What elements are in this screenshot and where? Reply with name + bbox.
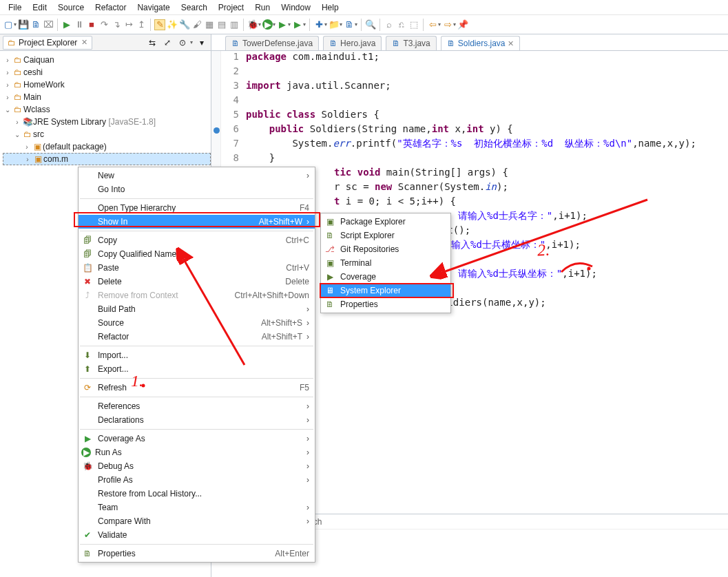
sub-git-repos[interactable]: ⎇Git Repositories bbox=[321, 242, 450, 256]
show-in-submenu[interactable]: ▣Package Explorer 🗎Script Explorer ⎇Git … bbox=[320, 213, 451, 313]
grid3-icon[interactable]: ▥ bbox=[229, 19, 240, 30]
project-tree[interactable]: ›🗀Caiquan ›🗀ceshi ›🗀HomeWork ›🗀Main ⌄🗀Wc… bbox=[0, 51, 211, 168]
menu-refactor[interactable]: Refactor bbox=[90, 1, 132, 14]
paste-icon: 📋 bbox=[81, 263, 94, 273]
menu-file[interactable]: File bbox=[3, 1, 27, 14]
wand-icon[interactable]: ✨ bbox=[167, 19, 178, 30]
close-icon[interactable]: ✕ bbox=[81, 38, 87, 47]
ctx-restore[interactable]: Restore from Local History... bbox=[79, 487, 315, 501]
external-tools-icon[interactable]: ▶ bbox=[292, 19, 303, 30]
project-main[interactable]: Main bbox=[23, 92, 41, 102]
print-icon[interactable]: ⌧ bbox=[43, 19, 54, 30]
ctx-import[interactable]: ⬇Import... bbox=[79, 348, 315, 362]
ctx-refactor[interactable]: RefactorAlt+Shift+T› bbox=[79, 330, 315, 344]
debug-menu-icon[interactable]: 🐞 bbox=[247, 19, 258, 30]
step-into-icon[interactable]: ↴ bbox=[111, 19, 122, 30]
menu-bar[interactable]: File Edit Source Refactor Navigate Searc… bbox=[0, 0, 728, 15]
new-java-icon[interactable]: ✚ bbox=[313, 19, 324, 30]
forward-icon[interactable]: ⇨ bbox=[442, 19, 453, 30]
project-caiquan[interactable]: Caiquan bbox=[23, 55, 54, 65]
ctx-build-path[interactable]: Build Path› bbox=[79, 302, 315, 316]
search-icon[interactable]: 🔍 bbox=[365, 19, 376, 30]
sub-system-explorer[interactable]: 🖥System Explorer bbox=[321, 284, 450, 297]
sub-terminal[interactable]: ▣Terminal bbox=[321, 256, 450, 270]
ctx-copy[interactable]: 🗐CopyCtrl+C bbox=[79, 233, 315, 247]
ctx-declarations[interactable]: Declarations› bbox=[79, 413, 315, 427]
ctx-delete[interactable]: ✖DeleteDelete bbox=[79, 275, 315, 288]
editor-tab-t3[interactable]: 🗎T3.java bbox=[386, 36, 436, 50]
wrench-icon[interactable]: 🔧 bbox=[179, 19, 190, 30]
coverage-menu-icon[interactable]: ▶ bbox=[277, 19, 288, 30]
ctx-team[interactable]: Team› bbox=[79, 501, 315, 514]
tree-com-pkg[interactable]: com.m bbox=[43, 154, 68, 164]
collapse-all-icon[interactable]: ⇆ bbox=[146, 36, 158, 49]
ctx-compare[interactable]: Compare With› bbox=[79, 514, 315, 528]
editor-tab-hero[interactable]: 🗎Hero.java bbox=[323, 36, 382, 50]
step-icon[interactable]: ↷ bbox=[98, 19, 110, 30]
sub-package-explorer[interactable]: ▣Package Explorer bbox=[321, 215, 450, 229]
sub-coverage[interactable]: ▶Coverage bbox=[321, 270, 450, 284]
ctx-open-type-hierarchy[interactable]: Open Type HierarchyF4 bbox=[79, 201, 315, 215]
project-wclass[interactable]: Wclass bbox=[23, 105, 50, 114]
link-editor-icon[interactable]: ⤢ bbox=[161, 36, 174, 49]
menu-edit[interactable]: Edit bbox=[27, 1, 52, 14]
run-menu-icon[interactable]: ▶ bbox=[262, 19, 273, 30]
menu-navigate[interactable]: Navigate bbox=[132, 1, 175, 14]
pin-icon[interactable]: 📌 bbox=[457, 19, 468, 30]
step-over-icon[interactable]: ↦ bbox=[123, 19, 134, 30]
task3-icon[interactable]: ⬚ bbox=[408, 19, 419, 30]
grid2-icon[interactable]: ▤ bbox=[216, 19, 227, 30]
ctx-export[interactable]: ⬆Export... bbox=[79, 362, 315, 376]
ctx-copy-qualified[interactable]: 🗐Copy Qualified Name bbox=[79, 247, 315, 261]
paint-icon[interactable]: 🖌 bbox=[191, 19, 202, 30]
menu-window[interactable]: Window bbox=[275, 1, 316, 14]
menu-project[interactable]: Project bbox=[213, 1, 249, 14]
new-pkg-icon[interactable]: 📁 bbox=[329, 19, 340, 30]
focus-task-icon[interactable]: ⊙ bbox=[176, 36, 189, 49]
ctx-validate[interactable]: ✔Validate bbox=[79, 528, 315, 542]
save-all-icon[interactable]: 🗎 bbox=[30, 19, 41, 30]
ctx-source[interactable]: SourceAlt+Shift+S› bbox=[79, 316, 315, 330]
grid1-icon[interactable]: ▦ bbox=[204, 19, 215, 30]
ctx-show-in[interactable]: Show InAlt+Shift+W› bbox=[79, 215, 315, 229]
tree-default-pkg[interactable]: (default package) bbox=[43, 142, 107, 151]
ctx-remove[interactable]: ⤴Remove from ContextCtrl+Alt+Shift+Down bbox=[79, 288, 315, 302]
sub-script-explorer[interactable]: 🗎Script Explorer bbox=[321, 229, 450, 242]
ctx-references[interactable]: References› bbox=[79, 399, 315, 413]
ctx-profile-as[interactable]: Profile As› bbox=[79, 473, 315, 487]
tree-src[interactable]: src bbox=[33, 129, 44, 139]
close-icon[interactable]: ✕ bbox=[508, 39, 514, 48]
new-icon[interactable]: ▢ bbox=[3, 19, 14, 30]
ctx-coverage-as[interactable]: ▶Coverage As› bbox=[79, 432, 315, 445]
pause-icon[interactable]: ⏸ bbox=[74, 19, 85, 30]
ctx-debug-as[interactable]: 🐞Debug As› bbox=[79, 459, 315, 473]
view-menu-icon[interactable]: ▾ bbox=[196, 36, 208, 49]
tree-jre[interactable]: JRE System Library [JavaSE-1.8] bbox=[33, 117, 156, 127]
step-out-icon[interactable]: ↥ bbox=[136, 19, 147, 30]
menu-search[interactable]: Search bbox=[176, 1, 213, 14]
highlight-icon[interactable]: ✎ bbox=[154, 19, 165, 30]
ctx-paste[interactable]: 📋PasteCtrl+V bbox=[79, 261, 315, 275]
run-icon[interactable]: ▶ bbox=[61, 19, 72, 30]
editor-tab-towerdefense[interactable]: 🗎TowerDefense.java bbox=[225, 36, 319, 50]
stop-icon[interactable]: ■ bbox=[86, 19, 97, 30]
task2-icon[interactable]: ⎌ bbox=[396, 19, 407, 30]
new-class-icon[interactable]: 🗎 bbox=[344, 19, 355, 30]
menu-source[interactable]: Source bbox=[52, 1, 90, 14]
menu-run[interactable]: Run bbox=[249, 1, 275, 14]
back-icon[interactable]: ⇦ bbox=[427, 19, 438, 30]
ctx-properties[interactable]: 🗎PropertiesAlt+Enter bbox=[79, 547, 315, 560]
ctx-go-into[interactable]: Go Into bbox=[79, 182, 315, 196]
sub-properties[interactable]: 🗎Properties bbox=[321, 297, 450, 311]
project-homework[interactable]: HomeWork bbox=[23, 80, 65, 90]
project-ceshi[interactable]: ceshi bbox=[23, 67, 43, 77]
ctx-run-as[interactable]: ▶Run As› bbox=[79, 445, 315, 459]
save-icon[interactable]: 💾 bbox=[18, 19, 29, 30]
menu-help[interactable]: Help bbox=[316, 1, 344, 14]
context-menu[interactable]: New› Go Into Open Type HierarchyF4 Show … bbox=[78, 167, 315, 563]
editor-tab-soldiers[interactable]: 🗎Soldiers.java✕ bbox=[441, 36, 521, 50]
task1-icon[interactable]: ⌕ bbox=[384, 19, 395, 30]
project-explorer-tab[interactable]: 🗀 Project Explorer ✕ bbox=[3, 36, 92, 50]
ctx-new[interactable]: New› bbox=[79, 169, 315, 182]
ctx-refresh[interactable]: ⟳RefreshF5 bbox=[79, 381, 315, 395]
